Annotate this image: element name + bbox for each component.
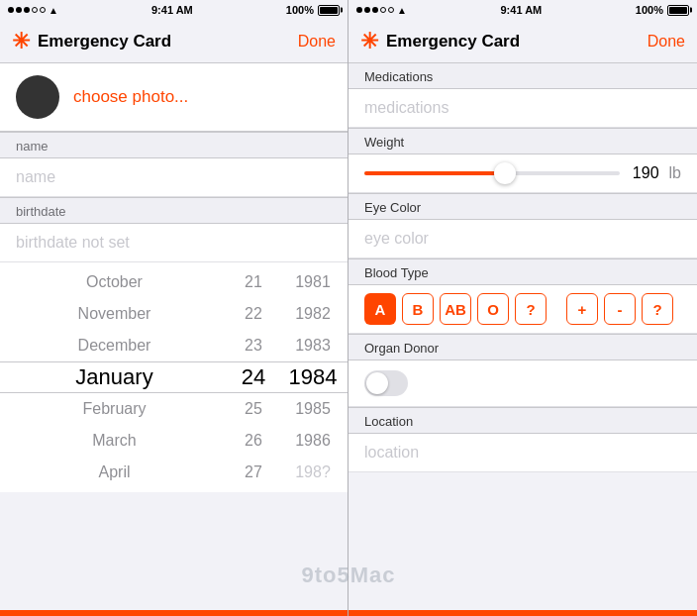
rdot4 xyxy=(380,7,386,13)
blood-btn-unknown-right[interactable]: ? xyxy=(642,293,673,325)
dot2 xyxy=(16,7,22,13)
day-22: 22 xyxy=(229,298,278,330)
blood-btn-ab[interactable]: AB xyxy=(440,293,471,325)
logo-icon-left: ✳ xyxy=(12,29,30,54)
weight-slider-fill xyxy=(364,171,505,175)
blood-type-label: Blood Type xyxy=(348,258,697,285)
choose-photo-button[interactable]: choose photo... xyxy=(73,87,188,107)
blood-btn-unknown-left[interactable]: ? xyxy=(515,293,547,325)
day-26: 26 xyxy=(229,425,278,457)
blood-btn-a[interactable]: A xyxy=(364,293,396,325)
rdot3 xyxy=(372,7,378,13)
weight-unit: lb xyxy=(669,164,681,182)
status-right-left: 100% xyxy=(286,4,340,16)
blood-btn-minus[interactable]: - xyxy=(604,293,636,325)
done-button-right[interactable]: Done xyxy=(647,33,685,51)
month-feb: February xyxy=(0,393,229,425)
battery-icon-right xyxy=(667,5,689,16)
eye-color-placeholder: eye color xyxy=(364,230,429,247)
year-picker[interactable]: 1981 1982 1983 1984 1985 1986 198? xyxy=(278,262,348,492)
status-bar-right: ▲ 9:41 AM 100% xyxy=(348,0,697,20)
bottom-bar-left xyxy=(0,610,348,616)
weight-slider-thumb[interactable] xyxy=(494,162,516,184)
toggle-thumb xyxy=(366,372,388,394)
wifi-icon-right: ▲ xyxy=(397,5,407,16)
left-phone: ▲ 9:41 AM 100% ✳ Emergency Card Done cho… xyxy=(0,0,348,616)
nav-title-left: Emergency Card xyxy=(38,32,298,51)
weight-slider-track[interactable] xyxy=(364,171,620,175)
birthdate-header: birthdate xyxy=(0,197,348,224)
birthdate-not-set: birthdate not set xyxy=(0,224,348,262)
location-placeholder: location xyxy=(364,444,419,461)
eye-color-input-row[interactable]: eye color xyxy=(348,220,697,258)
signal-dots xyxy=(8,7,46,13)
rdot1 xyxy=(356,7,362,13)
status-right-right: 100% xyxy=(636,4,689,16)
year-1986: 1986 xyxy=(278,425,348,457)
month-jan: January xyxy=(0,361,229,393)
medications-placeholder: medications xyxy=(364,99,448,116)
nav-bar-left: ✳ Emergency Card Done xyxy=(0,20,348,63)
month-apr: April xyxy=(0,457,229,488)
blood-btn-o[interactable]: O xyxy=(477,293,509,325)
year-1983: 1983 xyxy=(278,330,348,361)
nav-bar-right: ✳ Emergency Card Done xyxy=(348,20,697,63)
year-1984: 1984 xyxy=(278,361,348,393)
battery-pct-right: 100% xyxy=(636,4,663,16)
dot5 xyxy=(40,7,46,13)
year-1985: 1985 xyxy=(278,393,348,425)
eye-color-label: Eye Color xyxy=(348,193,697,220)
day-25: 25 xyxy=(229,393,278,425)
dot1 xyxy=(8,7,14,13)
status-time-right: 9:41 AM xyxy=(500,4,542,16)
day-23: 23 xyxy=(229,330,278,361)
wifi-icon: ▲ xyxy=(49,5,58,16)
logo-icon-right: ✳ xyxy=(360,29,378,54)
battery-icon-left xyxy=(318,5,340,16)
signal-dots-right xyxy=(356,7,394,13)
status-left-right: ▲ xyxy=(356,5,407,16)
month-nov: November xyxy=(0,298,229,330)
month-dec: December xyxy=(0,330,229,361)
day-picker[interactable]: 21 22 23 24 25 26 27 xyxy=(229,262,278,492)
organ-donor-label: Organ Donor xyxy=(348,334,697,360)
weight-value: 190 xyxy=(630,164,659,182)
dot3 xyxy=(24,7,30,13)
location-input-row[interactable]: location xyxy=(348,434,697,472)
blood-btn-b[interactable]: B xyxy=(402,293,434,325)
year-1982: 1982 xyxy=(278,298,348,330)
left-content: choose photo... name name birthdate birt… xyxy=(0,63,348,610)
month-oct: October xyxy=(0,266,229,298)
status-bar-left: ▲ 9:41 AM 100% xyxy=(0,0,348,20)
blood-type-row[interactable]: A B AB O ? + - ? xyxy=(348,285,697,334)
dot4 xyxy=(32,7,38,13)
day-24: 24 xyxy=(229,361,278,393)
done-button-left[interactable]: Done xyxy=(298,33,336,51)
organ-donor-toggle-row[interactable] xyxy=(348,360,697,407)
day-27: 27 xyxy=(229,457,278,488)
month-mar: March xyxy=(0,425,229,457)
month-picker[interactable]: October November December January Februa… xyxy=(0,262,229,492)
name-input-row[interactable]: name xyxy=(0,158,348,197)
year-1987: 198? xyxy=(278,457,348,488)
bottom-bar-right xyxy=(348,610,697,616)
medications-input-row[interactable]: medications xyxy=(348,89,697,128)
right-phone: ▲ 9:41 AM 100% ✳ Emergency Card Done Med… xyxy=(348,0,697,616)
rdot2 xyxy=(364,7,370,13)
name-header: name xyxy=(0,132,348,158)
status-time-left: 9:41 AM xyxy=(151,4,193,16)
day-21: 21 xyxy=(229,266,278,298)
photo-section[interactable]: choose photo... xyxy=(0,63,348,132)
weight-label: Weight xyxy=(348,128,697,154)
date-picker[interactable]: October November December January Februa… xyxy=(0,262,348,492)
battery-pct-left: 100% xyxy=(286,4,314,16)
nav-title-right: Emergency Card xyxy=(386,32,647,51)
battery-fill-right xyxy=(669,7,687,14)
battery-fill-left xyxy=(320,7,338,14)
blood-btn-plus[interactable]: + xyxy=(566,293,598,325)
organ-donor-toggle[interactable] xyxy=(364,370,408,396)
right-content: Medications medications Weight 190 lb Ey… xyxy=(348,63,697,610)
medications-label: Medications xyxy=(348,63,697,89)
weight-slider-row[interactable]: 190 lb xyxy=(348,154,697,193)
location-label: Location xyxy=(348,407,697,434)
